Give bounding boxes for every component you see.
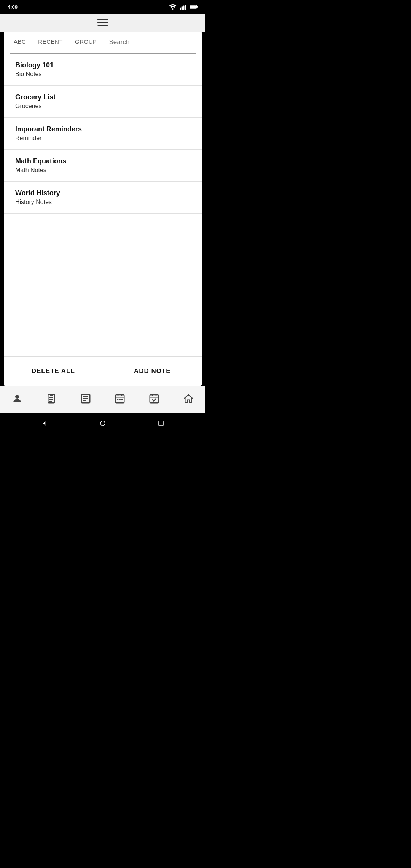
svg-rect-24: [150, 395, 159, 403]
nav-calendar-check[interactable]: [145, 391, 164, 406]
list-item[interactable]: Grocery List Groceries: [4, 86, 202, 118]
bottom-nav: [0, 386, 206, 413]
svg-rect-4: [185, 5, 186, 10]
nav-profile[interactable]: [8, 391, 27, 406]
note-subtitle: Reminder: [15, 135, 190, 142]
search-input[interactable]: [109, 38, 192, 46]
list-item[interactable]: Imporant Reminders Reminder: [4, 118, 202, 150]
nav-notes[interactable]: [76, 391, 95, 406]
battery-icon: [190, 5, 198, 9]
note-title: World History: [15, 189, 190, 197]
svg-rect-6: [190, 6, 196, 8]
svg-rect-3: [183, 6, 185, 10]
tab-abc[interactable]: ABC: [8, 32, 32, 53]
main-card: ABC RECENT GROUP Biology 101 Bio Notes G…: [4, 32, 202, 386]
action-buttons: DELETE ALL ADD NOTE: [4, 356, 202, 386]
note-title: Math Equations: [15, 157, 190, 165]
menu-bar[interactable]: [0, 14, 206, 32]
nav-home[interactable]: [179, 391, 198, 406]
svg-rect-21: [117, 399, 119, 400]
svg-rect-7: [197, 6, 198, 7]
note-title: Grocery List: [15, 93, 190, 101]
note-title: Biology 101: [15, 61, 190, 69]
tab-group[interactable]: GROUP: [69, 32, 103, 53]
svg-rect-2: [182, 6, 183, 10]
note-subtitle: Bio Notes: [15, 71, 190, 78]
status-time: 4:09: [8, 4, 18, 10]
back-button[interactable]: [41, 420, 48, 427]
svg-rect-1: [180, 8, 181, 10]
nav-tasks[interactable]: [42, 391, 61, 406]
note-subtitle: Math Notes: [15, 167, 190, 174]
wifi-icon: [169, 4, 177, 10]
list-item[interactable]: Math Equations Math Notes: [4, 150, 202, 182]
status-icons: [169, 4, 198, 10]
recents-button[interactable]: [157, 420, 165, 427]
home-button[interactable]: [99, 420, 107, 427]
svg-marker-28: [43, 421, 45, 426]
svg-rect-23: [121, 399, 123, 400]
list-item[interactable]: World History History Notes: [4, 182, 202, 214]
list-item[interactable]: Biology 101 Bio Notes: [4, 54, 202, 86]
add-note-button[interactable]: ADD NOTE: [103, 357, 202, 386]
svg-point-8: [15, 395, 19, 399]
svg-point-0: [172, 8, 173, 10]
nav-calendar-month[interactable]: [110, 391, 129, 406]
hamburger-button[interactable]: [97, 19, 108, 26]
svg-point-29: [100, 421, 105, 426]
svg-rect-30: [159, 421, 163, 426]
tab-search-container: [103, 34, 198, 51]
status-bar: 4:09: [0, 0, 206, 14]
notes-list: Biology 101 Bio Notes Grocery List Groce…: [4, 54, 202, 356]
note-title: Imporant Reminders: [15, 125, 190, 133]
note-subtitle: Groceries: [15, 103, 190, 110]
android-nav-bar: [0, 413, 206, 434]
signal-icon: [180, 4, 186, 10]
tabs-bar: ABC RECENT GROUP: [4, 32, 202, 53]
delete-all-button[interactable]: DELETE ALL: [4, 357, 103, 386]
svg-rect-22: [119, 399, 121, 400]
note-subtitle: History Notes: [15, 199, 190, 206]
tab-recent[interactable]: RECENT: [32, 32, 69, 53]
